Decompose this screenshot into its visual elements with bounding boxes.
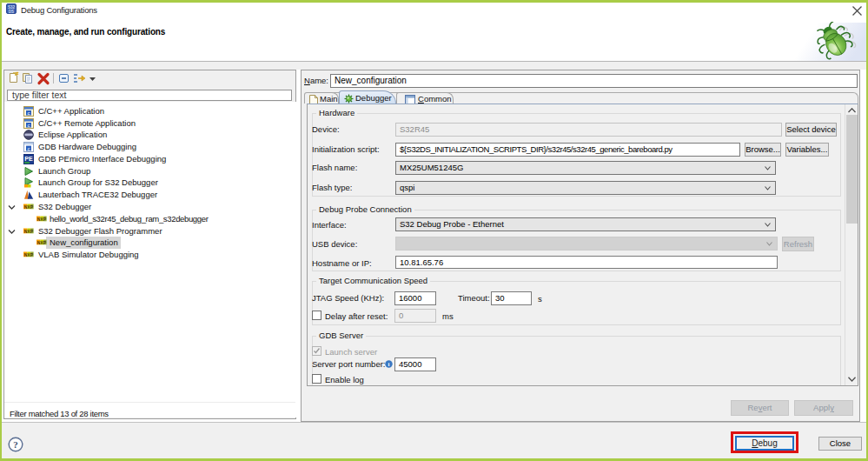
- svg-text:NXP: NXP: [24, 229, 34, 234]
- svg-text:NXP: NXP: [37, 240, 47, 245]
- svg-text:NXP: NXP: [37, 217, 47, 222]
- svg-text:?: ?: [13, 439, 18, 450]
- svg-text:c: c: [28, 110, 30, 116]
- svg-text:PE: PE: [24, 156, 33, 162]
- svg-text:c: c: [28, 123, 30, 128]
- svg-text:i: i: [388, 361, 390, 368]
- svg-text:c: c: [28, 146, 30, 151]
- svg-text:NXP: NXP: [24, 252, 34, 257]
- svg-text:NXP: NXP: [24, 204, 34, 210]
- svg-text:DS: DS: [9, 10, 14, 14]
